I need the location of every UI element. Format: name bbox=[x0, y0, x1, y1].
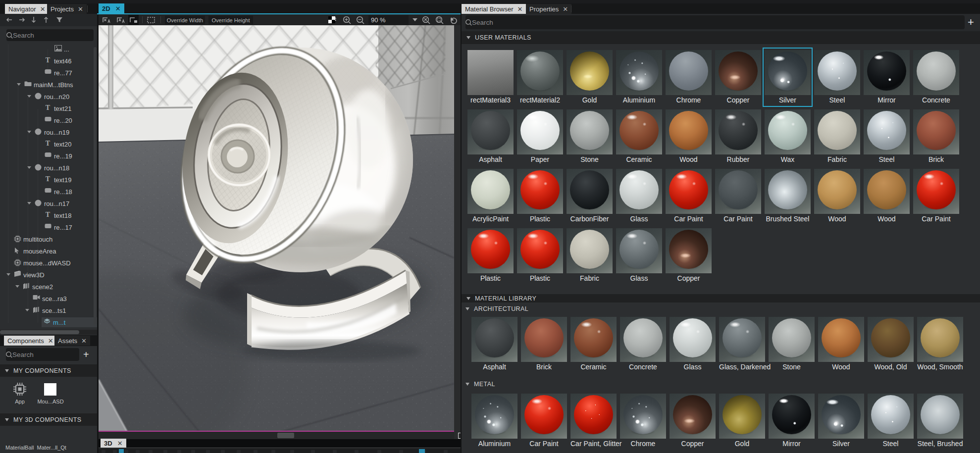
svg-text:T: T bbox=[46, 140, 51, 147]
svg-text:T: T bbox=[46, 57, 51, 63]
svg-text:T: T bbox=[46, 104, 51, 111]
svg-text:T: T bbox=[46, 211, 51, 218]
svg-text:T: T bbox=[46, 176, 51, 182]
